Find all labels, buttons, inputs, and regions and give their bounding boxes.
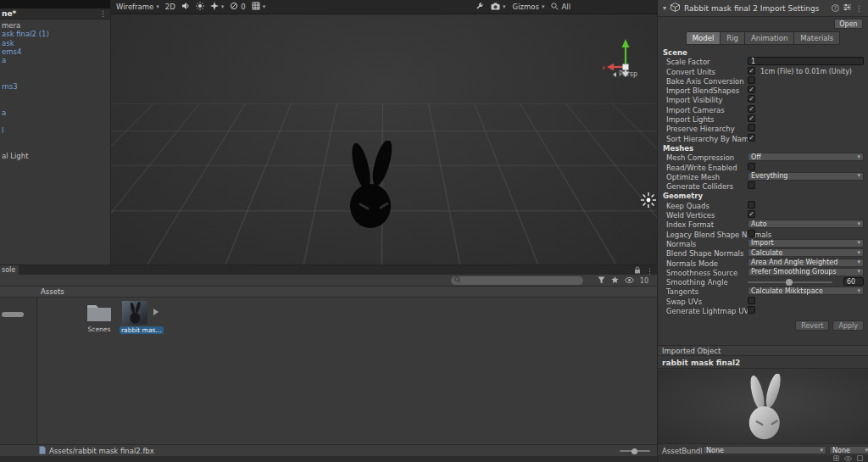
dropdown[interactable]: Everything▾ bbox=[748, 172, 864, 181]
folder-scrollbar[interactable] bbox=[2, 312, 24, 317]
dropdown[interactable]: Calculate▾ bbox=[748, 248, 864, 257]
checkbox[interactable] bbox=[748, 201, 755, 209]
effects-dropdown[interactable]: ▾ bbox=[210, 2, 225, 12]
dropdown[interactable]: Off▾ bbox=[748, 153, 864, 161]
checkbox[interactable] bbox=[748, 124, 755, 131]
scene-search-value: All bbox=[561, 3, 570, 11]
2d-toggle[interactable]: 2D bbox=[165, 3, 175, 11]
inspector-row: Geometry bbox=[658, 191, 868, 200]
hierarchy-item[interactable]: rns3 bbox=[0, 82, 110, 91]
presets-icon[interactable] bbox=[843, 3, 851, 13]
camera-dropdown[interactable]: ▾ bbox=[491, 3, 506, 12]
gizmos-dropdown[interactable]: Gizmos ▾ bbox=[513, 3, 545, 11]
checkbox[interactable] bbox=[748, 230, 755, 237]
slider-handle[interactable] bbox=[632, 448, 637, 454]
checkbox[interactable] bbox=[748, 306, 755, 314]
help-icon[interactable]: ? bbox=[832, 4, 839, 12]
tab-materials[interactable]: Materials bbox=[794, 31, 840, 45]
scene-search-field[interactable]: All bbox=[551, 3, 570, 12]
checkbox[interactable]: ✓ bbox=[748, 210, 755, 218]
dropdown[interactable]: Calculate Mikktspace▾ bbox=[748, 287, 864, 295]
kebab-menu-icon[interactable]: ⋮ bbox=[99, 8, 107, 19]
setting-label: Smoothing Angle bbox=[666, 278, 728, 287]
hierarchy-item[interactable]: ask final2 (1) bbox=[0, 30, 110, 38]
checkbox[interactable]: ✓ bbox=[748, 105, 755, 113]
checkbox[interactable]: ✓ bbox=[748, 67, 755, 75]
hierarchy-item[interactable]: ask bbox=[0, 39, 110, 47]
checkbox[interactable]: ✓ bbox=[748, 86, 755, 93]
lighting-toggle-icon[interactable] bbox=[196, 2, 204, 12]
chevron-down-icon: ▾ bbox=[263, 3, 266, 10]
audio-toggle-icon[interactable] bbox=[181, 2, 190, 12]
saved-search-star-icon[interactable] bbox=[611, 276, 619, 286]
project-folder-column[interactable] bbox=[0, 298, 37, 444]
hidden-objects-toggle[interactable]: 0 bbox=[230, 2, 245, 12]
thumbnail-size-slider[interactable] bbox=[620, 450, 650, 452]
open-button[interactable]: Open bbox=[834, 19, 863, 29]
tab-model[interactable]: Model bbox=[686, 31, 721, 45]
setting-label: Import Cameras bbox=[666, 106, 725, 114]
checkbox[interactable] bbox=[748, 181, 755, 189]
panel-eye-icon[interactable] bbox=[844, 454, 852, 462]
panel-grid-icon[interactable] bbox=[833, 454, 839, 462]
search-by-type-icon[interactable] bbox=[598, 276, 605, 286]
tools-icon[interactable] bbox=[476, 2, 484, 12]
light-gizmo-icon[interactable] bbox=[641, 192, 656, 208]
hierarchy-item[interactable]: a bbox=[0, 56, 110, 64]
checkbox[interactable] bbox=[748, 76, 755, 84]
assetbundle-variant-dropdown[interactable]: None ▾ bbox=[829, 446, 868, 454]
rabbit-mask-object[interactable] bbox=[335, 141, 404, 229]
checkbox[interactable] bbox=[748, 163, 755, 170]
camera-icon bbox=[491, 3, 500, 12]
hidden-packages-eye-icon[interactable] bbox=[625, 277, 634, 285]
setting-label: Smoothness Source bbox=[666, 269, 737, 277]
assetbundle-dropdown[interactable]: None ▾ bbox=[703, 446, 826, 454]
asset-folder-scenes[interactable]: Scenes bbox=[84, 302, 114, 333]
scene-viewport[interactable]: x Persp bbox=[111, 14, 657, 264]
projection-mode-label[interactable]: Persp bbox=[613, 70, 637, 78]
chevron-down-icon: ▾ bbox=[857, 249, 860, 257]
dropdown-value: Off bbox=[751, 153, 761, 161]
grid-visibility-dropdown[interactable]: ▾ bbox=[252, 2, 266, 12]
hierarchy-item[interactable]: mera bbox=[0, 21, 110, 30]
setting-label: Mesh Compression bbox=[666, 153, 734, 162]
slider[interactable] bbox=[748, 281, 832, 283]
dropdown[interactable]: Area And Angle Weighted▾ bbox=[748, 259, 864, 267]
foldout-icon[interactable]: ▾ bbox=[663, 4, 666, 12]
revert-button[interactable]: Revert bbox=[795, 320, 829, 331]
tab-console[interactable]: sole bbox=[0, 265, 19, 275]
kebab-menu-icon[interactable]: ⋮ bbox=[855, 4, 863, 13]
panel-box-icon[interactable] bbox=[857, 454, 863, 462]
hierarchy-item[interactable]: ems4 bbox=[0, 47, 110, 56]
preview-title[interactable]: rabbit mask final2 bbox=[658, 357, 868, 369]
dropdown[interactable]: Prefer Smoothing Groups▾ bbox=[748, 268, 864, 276]
checkbox[interactable]: ✓ bbox=[748, 134, 755, 142]
text-field[interactable]: 1 bbox=[748, 57, 864, 65]
setting-label: Import Lights bbox=[666, 115, 715, 124]
dropdown[interactable]: Auto▾ bbox=[748, 220, 864, 228]
asset-model-rabbit[interactable]: rabbit mas... bbox=[120, 301, 150, 334]
checkbox[interactable] bbox=[748, 297, 755, 304]
hierarchy-scene-row[interactable]: ne* ⋮ bbox=[0, 8, 110, 19]
apply-button[interactable]: Apply bbox=[832, 320, 864, 331]
model-preview-area[interactable] bbox=[658, 370, 868, 443]
tab-rig[interactable]: Rig bbox=[721, 31, 745, 45]
scene-view-panel: Wireframe ▾ 2D ▾ 0 ▾ bbox=[111, 0, 657, 264]
checkbox[interactable]: ✓ bbox=[748, 95, 755, 103]
fbx-file-icon bbox=[39, 446, 46, 456]
slider-value-field[interactable]: 60 bbox=[843, 277, 864, 286]
project-search-input[interactable] bbox=[451, 276, 583, 285]
chevron-down-icon: ▾ bbox=[221, 3, 225, 10]
hierarchy-item[interactable]: l bbox=[0, 126, 110, 135]
tab-animation[interactable]: Animation bbox=[745, 31, 794, 45]
kebab-menu-icon[interactable]: ⋮ bbox=[646, 267, 654, 276]
checkbox[interactable]: ✓ bbox=[748, 114, 755, 122]
asset-label: Scenes bbox=[84, 326, 114, 333]
asset-expander-icon[interactable] bbox=[153, 309, 159, 317]
shading-mode-dropdown[interactable]: Wireframe ▾ bbox=[116, 3, 159, 11]
slider-handle[interactable] bbox=[786, 279, 793, 286]
assets-grid[interactable]: Scenes rabbit mas... bbox=[38, 298, 657, 444]
hierarchy-item[interactable]: a bbox=[0, 109, 110, 117]
hierarchy-item[interactable]: al Light bbox=[0, 152, 110, 160]
dropdown[interactable]: Import▾ bbox=[748, 239, 864, 248]
